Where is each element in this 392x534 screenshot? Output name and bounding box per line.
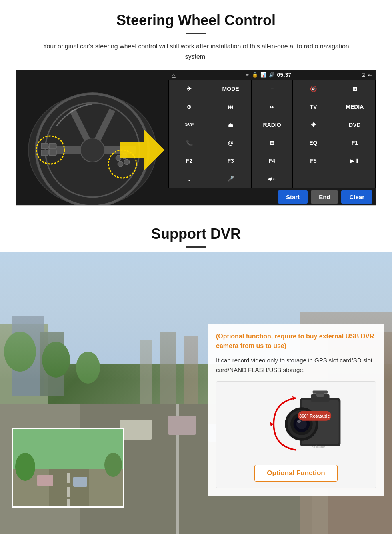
camera-illustration: 360° Rotatable Seicane: [244, 388, 348, 460]
back-icon[interactable]: ↩: [368, 72, 372, 78]
title-divider: [186, 33, 206, 34]
svg-point-61: [297, 420, 301, 423]
apps-button[interactable]: ⊞: [334, 80, 375, 98]
svg-point-50: [104, 453, 122, 477]
dvr-title: Support DVR: [8, 226, 384, 242]
f4-button[interactable]: F4: [252, 152, 292, 170]
dvr-section: Support DVR: [0, 214, 392, 534]
wifi-icon: ≋: [246, 72, 250, 78]
optional-function-badge: Optional Function: [254, 465, 337, 482]
volume-icon: 🔊: [269, 72, 275, 78]
window-icon[interactable]: ⊡: [361, 72, 366, 78]
svg-text:Seicane: Seicane: [312, 445, 325, 449]
f1-button[interactable]: F1: [334, 134, 375, 152]
mode-button[interactable]: MODE: [210, 80, 251, 98]
svg-point-49: [15, 453, 35, 481]
svg-rect-51: [37, 475, 53, 486]
menu-button[interactable]: ≡: [252, 80, 292, 98]
home-icon[interactable]: △: [172, 72, 176, 78]
mic-button[interactable]: 🎤: [210, 170, 251, 188]
svg-rect-47: [67, 487, 70, 497]
signal-icon: 📊: [260, 72, 266, 78]
tv-button[interactable]: TV: [293, 98, 334, 116]
radio-panel: △ ≋ 🔒 📊 🔊 05:37 ⊡ ↩ ✈ MODE ≡ 🔇: [168, 70, 376, 205]
steering-title: Steering Wheel Control: [16, 12, 376, 29]
top-right-controls: ⊡ ↩: [361, 72, 372, 78]
web-button[interactable]: @: [210, 134, 251, 152]
steering-description: Your original car's steering wheel contr…: [36, 41, 356, 62]
steering-photo: [16, 70, 168, 206]
svg-point-17: [116, 155, 121, 161]
svg-rect-31: [120, 420, 152, 440]
nav-button[interactable]: ✈: [169, 80, 210, 98]
svg-rect-14: [41, 150, 48, 156]
clear-button[interactable]: Clear: [341, 190, 372, 204]
svg-rect-13: [41, 143, 48, 149]
svg-rect-16: [49, 150, 56, 156]
end-button[interactable]: End: [311, 190, 338, 204]
radio-bottom-controls: Start End Clear: [168, 188, 376, 206]
svg-rect-48: [67, 499, 70, 507]
empty2-button: [334, 170, 375, 188]
radio-top-bar: △ ≋ 🔒 📊 🔊 05:37 ⊡ ↩: [168, 70, 376, 80]
clock-display: 05:37: [277, 72, 292, 78]
steering-composite: △ ≋ 🔒 📊 🔊 05:37 ⊡ ↩ ✈ MODE ≡ 🔇: [16, 70, 376, 206]
f3-button[interactable]: F3: [210, 152, 251, 170]
empty1-button: [293, 170, 334, 188]
svg-point-19: [118, 161, 123, 167]
next-button[interactable]: ⏭: [252, 98, 292, 116]
dvr-composite: (Optional function, require to buy exter…: [0, 252, 392, 534]
lock-icon: 🔒: [252, 72, 258, 78]
svg-rect-46: [67, 473, 70, 483]
dvr-info-card: (Optional function, require to buy exter…: [208, 324, 384, 496]
prev-button[interactable]: ⏮: [210, 98, 251, 116]
pan-button[interactable]: ◀/↔: [252, 170, 292, 188]
dvd-button[interactable]: DVD: [334, 116, 375, 134]
svg-point-20: [124, 159, 130, 165]
svg-text:360° Rotatable: 360° Rotatable: [299, 414, 330, 418]
settings-button[interactable]: ⊙: [169, 98, 210, 116]
status-icons: ≋ 🔒 📊 🔊 05:37: [246, 72, 292, 78]
f2-button[interactable]: F2: [169, 152, 210, 170]
steering-section: Steering Wheel Control Your original car…: [0, 0, 392, 214]
media-button[interactable]: MEDIA: [334, 98, 375, 116]
eq-button[interactable]: EQ: [293, 134, 334, 152]
phone-button[interactable]: 📞: [169, 134, 210, 152]
svg-rect-15: [49, 143, 56, 149]
mute-button[interactable]: 🔇: [293, 80, 334, 98]
svg-point-10: [80, 138, 104, 162]
radio-button-grid: ✈ MODE ≡ 🔇 ⊞ ⊙ ⏮ ⏭ TV MEDIA 360° ⏏ RADIO…: [168, 80, 376, 188]
svg-rect-65: [313, 391, 328, 394]
start-button[interactable]: Start: [278, 190, 308, 204]
360-button[interactable]: 360°: [169, 116, 210, 134]
brightness-button[interactable]: ☀: [293, 116, 334, 134]
music-button[interactable]: ♩: [169, 170, 210, 188]
dvr-title-area: Support DVR: [0, 214, 392, 252]
dvr-inset-photo: [12, 428, 124, 508]
radio-button[interactable]: RADIO: [252, 116, 292, 134]
dvr-description: It can record video only to storage in G…: [216, 356, 376, 375]
optional-function-text: (Optional function, require to buy exter…: [216, 332, 376, 351]
f5-button[interactable]: F5: [293, 152, 334, 170]
mirror-button[interactable]: ⊟: [252, 134, 292, 152]
playpause-button[interactable]: ▶⏸: [334, 152, 375, 170]
svg-rect-52: [73, 477, 87, 487]
eject-button[interactable]: ⏏: [210, 116, 251, 134]
dvr-title-divider: [186, 246, 206, 248]
svg-rect-32: [168, 416, 196, 435]
dvr-camera-box: 360° Rotatable Seicane Optional Function: [216, 381, 376, 488]
